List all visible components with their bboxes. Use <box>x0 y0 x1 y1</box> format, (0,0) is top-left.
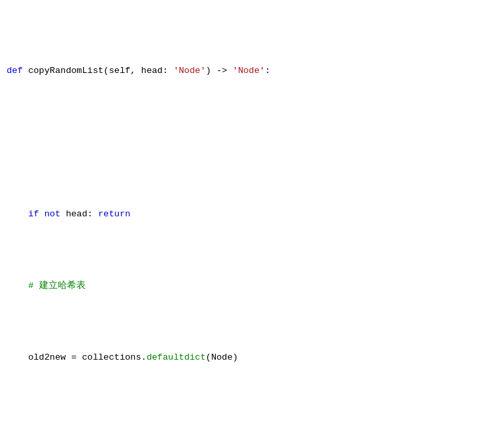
line-blank-2 <box>0 422 504 434</box>
line-3: if not head: return <box>0 207 504 222</box>
code-editor: def copyRandomList(self, head: 'Node') -… <box>0 0 504 434</box>
line-blank-1 <box>0 135 504 150</box>
line-5: old2new = collections.defaultdict(Node) <box>0 350 504 365</box>
line-1: def copyRandomList(self, head: 'Node') -… <box>0 64 504 78</box>
line-4: # 建立哈希表 <box>0 279 504 293</box>
